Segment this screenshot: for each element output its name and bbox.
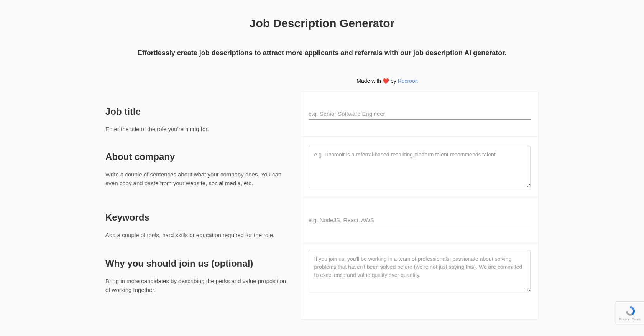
label-help: Write a couple of sentences about what y… (105, 170, 289, 188)
recaptcha-icon (624, 305, 636, 317)
input-section-keywords (301, 197, 539, 243)
input-section-about-company (301, 137, 539, 197)
brand-link[interactable]: Recrooit (398, 78, 418, 84)
input-section-why-join (301, 243, 539, 305)
made-with-prefix: Made with (356, 78, 383, 84)
label-heading: About company (105, 152, 289, 162)
heart-icon: ❤️ (383, 78, 389, 84)
page-title: Job Description Generator (105, 0, 539, 49)
page-subtitle: Effortlessly create job descriptions to … (105, 49, 539, 78)
about-company-textarea[interactable] (309, 146, 531, 188)
made-with-by: by (389, 78, 398, 84)
label-help: Add a couple of tools, hard skills or ed… (105, 231, 289, 239)
label-help: Bring in more candidates by describing t… (105, 277, 289, 295)
form: Job title Enter the title of the role yo… (105, 91, 539, 320)
inputs-column (301, 91, 539, 320)
label-help: Enter the title of the role you're hirin… (105, 125, 289, 133)
keywords-input[interactable] (309, 214, 531, 226)
input-section-job-title (301, 91, 539, 137)
label-about-company: About company Write a couple of sentence… (105, 152, 289, 212)
label-why-join: Why you should join us (optional) Bring … (105, 258, 289, 320)
job-title-input[interactable] (309, 108, 531, 120)
label-keywords: Keywords Add a couple of tools, hard ski… (105, 212, 289, 258)
made-with: Made with ❤️ by Recrooit (105, 78, 539, 91)
label-heading: Keywords (105, 212, 289, 223)
recaptcha-badge[interactable]: Privacy - Terms (616, 301, 644, 324)
label-job-title: Job title Enter the title of the role yo… (105, 106, 289, 152)
label-heading: Why you should join us (optional) (105, 258, 289, 269)
why-join-textarea[interactable] (309, 250, 531, 292)
labels-column: Job title Enter the title of the role yo… (105, 91, 301, 320)
recaptcha-terms: Privacy - Terms (619, 318, 641, 321)
label-heading: Job title (105, 106, 289, 117)
